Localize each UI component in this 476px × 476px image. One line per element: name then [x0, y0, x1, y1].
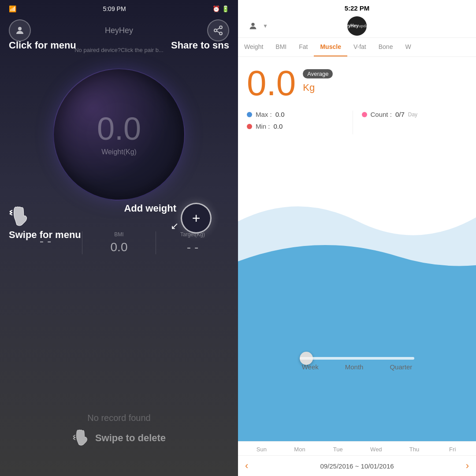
app-title: HeyHey: [105, 26, 133, 35]
stat-target: Target(Kg) - -: [156, 231, 229, 254]
stat-target-value: - -: [156, 240, 229, 254]
wifi-icon: 📶: [9, 5, 16, 12]
tab-weight[interactable]: Weight: [238, 38, 269, 56]
svg-point-6: [251, 23, 254, 26]
max-value: 0.0: [275, 111, 285, 118]
period-quarter[interactable]: Quarter: [390, 363, 412, 371]
right-status-bar: 5:22 PM: [238, 0, 476, 15]
left-time: 5:09 PM: [103, 5, 126, 12]
svg-point-3: [219, 32, 222, 35]
left-panel: 📶 5:09 PM ⏰ 🔋 HeyHey No paired de: [0, 0, 238, 476]
stat-bmi-label: BMI: [82, 231, 156, 238]
swipe-delete-row: Swipe to delete: [0, 427, 238, 450]
stat-bmi-value: 0.0: [82, 240, 156, 254]
min-label: Min :: [256, 123, 270, 130]
max-stat: Max : 0.0: [247, 111, 353, 118]
date-nav: ‹ 09/25/2016 ~ 10/01/2016 ›: [238, 455, 476, 476]
right-panel: 5:22 PM HeyHey update ▼ Weight BMI Fat M…: [238, 0, 476, 476]
swipe-delete-hand-icon: [72, 427, 90, 450]
svg-point-0: [18, 27, 22, 30]
tab-w[interactable]: W: [399, 38, 417, 56]
count-stat: Count : 0/7 Day: [362, 111, 468, 118]
add-arrow-icon: ↙: [171, 220, 178, 232]
max-label: Max :: [256, 111, 272, 118]
plus-icon: +: [192, 210, 201, 227]
day-wed: Wed: [357, 446, 395, 453]
right-time: 5:22 PM: [345, 4, 370, 12]
status-icons-left: 📶: [9, 5, 16, 12]
max-dot: [247, 112, 252, 117]
logo-text: HeyHey: [342, 23, 359, 29]
right-status-icons: ⏰ 🔋: [212, 5, 229, 12]
count-dot: [362, 112, 367, 117]
count-sub: Day: [408, 112, 417, 118]
date-range: 09/25/2016 ~ 10/01/2016: [320, 462, 394, 470]
metric-right-info: Average Kg: [303, 69, 333, 93]
add-weight-button[interactable]: +: [181, 203, 212, 234]
gauge-unit-label: Weight(Kg): [101, 148, 137, 156]
swipe-hand-icon: [9, 203, 31, 231]
metric-display: 0.0 Average Kg: [238, 57, 476, 105]
period-slider-track[interactable]: [300, 357, 414, 360]
average-badge: Average: [303, 69, 333, 78]
svg-point-2: [214, 29, 217, 32]
min-dot: [247, 124, 252, 129]
day-sun: Sun: [242, 446, 281, 453]
click-menu-annotation: Click for menu: [9, 40, 76, 51]
left-status-bar: 📶 5:09 PM ⏰ 🔋: [0, 0, 238, 16]
stat-left-col: Max : 0.0 Min : 0.0: [247, 111, 353, 134]
metric-unit: Kg: [303, 82, 315, 93]
svg-line-4: [217, 31, 220, 33]
gauge-value: 0.0: [97, 113, 141, 145]
period-slider-container: [300, 357, 414, 360]
stat-bmi: BMI 0.0: [82, 231, 156, 254]
tab-muscle[interactable]: Muscle: [314, 38, 347, 56]
count-label: Count :: [371, 111, 392, 118]
dropdown-arrow-icon[interactable]: ▼: [263, 23, 268, 29]
svg-line-5: [217, 28, 220, 30]
gauge-circle: 0.0 Weight(Kg): [53, 68, 185, 201]
add-weight-annotation: Add weight: [124, 203, 176, 214]
count-value: 0/7: [395, 111, 405, 118]
profile-button[interactable]: [9, 19, 31, 41]
right-profile-button[interactable]: [245, 18, 261, 34]
alarm-icon: ⏰: [212, 5, 220, 12]
tab-bar: Weight BMI Fat Muscle V-fat Bone W: [238, 38, 476, 57]
min-stat: Min : 0.0: [247, 123, 353, 130]
share-button[interactable]: [207, 19, 229, 41]
right-logo: HeyHey update: [347, 16, 367, 36]
period-month[interactable]: Month: [345, 363, 364, 371]
prev-button[interactable]: ‹: [245, 460, 248, 472]
stats-right: Max : 0.0 Min : 0.0 Count : 0/7 Day: [238, 105, 476, 141]
days-row: Sun Mon Tue Wed Thu Fri: [238, 441, 476, 455]
swipe-menu-annotation: Swipe for menu: [9, 229, 81, 241]
share-sns-annotation: Share to sns: [171, 40, 229, 51]
no-records-area: No record found: [0, 413, 238, 423]
svg-point-1: [219, 26, 222, 29]
metric-value: 0.0: [247, 66, 296, 101]
tab-fat[interactable]: Fat: [293, 38, 314, 56]
logo-subtitle: update: [359, 24, 372, 29]
swipe-delete-annotation: Swipe to delete: [95, 432, 166, 444]
tab-vfat[interactable]: V-fat: [347, 38, 372, 56]
wave-chart: Week Month Quarter: [238, 141, 476, 441]
period-selector: Week Month Quarter: [238, 357, 476, 371]
day-tue: Tue: [319, 446, 357, 453]
day-fri: Fri: [433, 446, 472, 453]
tab-bone[interactable]: Bone: [372, 38, 399, 56]
battery-icon: 🔋: [222, 5, 229, 12]
gauge-container: 0.0 Weight(Kg): [0, 68, 238, 201]
day-mon: Mon: [281, 446, 319, 453]
min-value: 0.0: [274, 123, 283, 130]
no-records-text: No record found: [87, 413, 150, 423]
next-button[interactable]: ›: [466, 460, 469, 472]
day-thu: Thu: [395, 446, 434, 453]
right-header-row: HeyHey update ▼: [238, 15, 476, 38]
add-btn-circle[interactable]: +: [181, 203, 212, 234]
tab-bmi[interactable]: BMI: [269, 38, 293, 56]
stat-right-col: Count : 0/7 Day: [353, 111, 468, 134]
period-labels: Week Month Quarter: [302, 363, 413, 371]
